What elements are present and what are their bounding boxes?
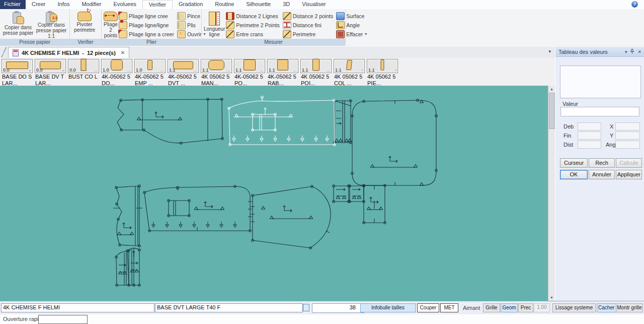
piece-shape — [6, 61, 28, 69]
menu-silhouette[interactable]: Silhouette — [240, 0, 277, 9]
distance-fini-button[interactable]: Distance fini — [283, 21, 336, 29]
y-field[interactable] — [615, 132, 640, 140]
grille-button[interactable]: Grille — [483, 303, 500, 312]
size-select[interactable]: 38 ▾ — [312, 303, 364, 313]
thumbnail-4k-05062-man[interactable]: 1.1… 4K 05062 5 MAN... — [200, 58, 233, 86]
piece-name-field[interactable]: BASE DVT LARGE T40 F — [155, 303, 303, 312]
pattern-canvas[interactable] — [0, 86, 548, 301]
deb-field[interactable] — [578, 122, 601, 131]
menu-fichier[interactable]: Fichier — [0, 0, 26, 9]
dist-field[interactable] — [578, 141, 601, 149]
entre-crans-button[interactable]: Entre crans — [226, 30, 281, 38]
document-tab[interactable]: 4K CHEMISE F HELMI - 12 piece(s) ✕ — [8, 47, 129, 58]
appliquer-button[interactable]: Appliquer — [616, 170, 642, 179]
values-listbox[interactable] — [560, 66, 641, 98]
piece-small-squares[interactable] — [333, 185, 365, 203]
menu-modifier[interactable]: Modifier — [75, 0, 107, 9]
effacer-button[interactable]: Effacer ▾ — [336, 30, 369, 38]
thumbnail-4k-05062-do[interactable]: 1.0… 4K-05062 5 DO... — [101, 58, 134, 86]
fin-field[interactable] — [578, 132, 601, 140]
x-field[interactable] — [615, 122, 640, 131]
pliage-ligne-a-creer-button[interactable]: Pliage ligne a creer — [119, 30, 176, 38]
clipboard-1-1-icon: 1:1 — [45, 12, 57, 22]
dist-label: Dist — [564, 142, 573, 148]
lissage-systeme-button[interactable]: Lissage systeme — [552, 303, 596, 312]
annuler-button[interactable]: Annuler — [589, 170, 615, 179]
curseur-button[interactable]: Curseur — [560, 158, 588, 168]
pliage-ligne-cree-button[interactable]: Pliage ligne cree — [119, 12, 176, 20]
menu-gradation[interactable]: Gradation — [173, 0, 209, 9]
longueur-ligne-button[interactable]: Longueur ligne — [204, 11, 225, 39]
thumbnail-4k-05062-po[interactable]: 1.1… 4K-05062 5 PO... — [233, 58, 267, 86]
piece-sleeve[interactable] — [251, 185, 331, 249]
perimetre-button[interactable]: Perimetre — [283, 30, 336, 38]
prec-button[interactable]: Prec — [518, 303, 533, 312]
document-tab-title: 4K CHEMISE F HELMI — [22, 50, 79, 56]
tab-close-icon[interactable]: ✕ — [119, 50, 125, 55]
ang-field[interactable] — [615, 141, 640, 149]
scrollbar-thumb[interactable] — [549, 93, 555, 129]
met-button[interactable]: MET — [440, 303, 458, 312]
menu-3d[interactable]: 3D — [277, 0, 296, 9]
model-name-field[interactable]: 4K CHEMISE F HELMI — [1, 303, 154, 312]
piece-strips[interactable] — [334, 100, 352, 144]
menu-creer[interactable]: Creer — [26, 0, 52, 9]
montr-grille-button[interactable]: Montr grille — [616, 303, 643, 312]
pince-icon — [177, 12, 186, 20]
piece-selected-white[interactable] — [228, 96, 336, 146]
canvas-vertical-scrollbar[interactable]: ▲ ▼ — [548, 86, 555, 301]
thumbnail-4k-05062-col[interactable]: 1.1▫ 4K 05062 5 COL ... — [333, 58, 366, 86]
pliage-2-points-button[interactable]: Pliage 2 points — [104, 11, 118, 39]
valeur-input[interactable] — [560, 107, 639, 116]
piece-cuff-left[interactable] — [115, 250, 130, 286]
thumbnail-bust-col[interactable]: 0.0… BUST CO L — [67, 58, 101, 86]
thumbnail-4k-05062-poi[interactable]: 1.1… 4K 05062 5 POI... — [300, 58, 333, 86]
pin-icon[interactable] — [630, 49, 634, 55]
couper-button[interactable]: Couper — [417, 303, 439, 312]
thumbnail-base-dvt[interactable]: 0.0– BASE DV T LAR... — [34, 58, 67, 86]
ouverture-rapide-input[interactable] — [38, 315, 88, 324]
thumbnail-4k-05062-dvt[interactable]: 1.1… 4K-05062 5 DVT ... — [167, 58, 200, 86]
menu-verifier[interactable]: Verifier — [142, 0, 173, 9]
distance-2-points-button[interactable]: Distance 2 points — [283, 12, 336, 20]
size-lock-button[interactable] — [303, 304, 309, 311]
pliage-ligne-ligne-button[interactable]: Pliage ligne/ligne — [119, 21, 176, 29]
piece-shape — [208, 60, 224, 70]
thumbnail-4k-05062-rab[interactable]: 1.1… 4K-05062 5 RAB... — [267, 58, 300, 86]
scroll-up-icon[interactable]: ▲ — [548, 86, 555, 92]
piece-band-long[interactable] — [143, 185, 252, 232]
menu-evoluees[interactable]: Evoluees — [108, 0, 142, 9]
group-label-presse-papier: Presse papier — [0, 39, 69, 46]
scroll-down-icon[interactable]: ▼ — [548, 294, 555, 301]
rech-button[interactable]: Rech — [589, 158, 615, 168]
piece-cuff-right[interactable] — [128, 248, 140, 286]
panel-header: Tableau des valeurs ▾ ✕ — [555, 47, 644, 57]
piece-pocket-large[interactable] — [351, 99, 437, 186]
copier-presse-papier-button[interactable]: Copier dans presse papier — [2, 11, 34, 39]
piece-yoke-back[interactable] — [117, 98, 223, 144]
help-icon[interactable]: ? — [631, 1, 638, 8]
menu-infos[interactable]: Infos — [52, 0, 76, 9]
x-label: X — [610, 123, 613, 129]
infobulle-tailles-button[interactable]: Infobulle tailles — [360, 303, 416, 312]
piece-front-bodice[interactable] — [113, 185, 142, 247]
panel-close-icon[interactable]: ✕ — [637, 49, 641, 54]
thumbnail-base-dos[interactable]: 0.0– BASE DO S LAR... — [1, 58, 34, 86]
distance-2-lignes-button[interactable]: Distance 2 Lignes — [226, 12, 281, 20]
ok-button[interactable]: OK — [560, 170, 588, 179]
copier-presse-papier-1-1-button[interactable]: 1:1 Copier dans presse papier 1:1 — [35, 11, 67, 39]
fin-label: Fin — [564, 133, 571, 139]
piece-rect-vertical[interactable] — [363, 184, 386, 224]
tab-list-dropdown-icon[interactable]: ▾ — [548, 49, 551, 54]
pivoter-perimetre-button[interactable]: ↻ Pivoter perimetre — [72, 11, 97, 39]
ribbon-group-verifier: ↻ Pivoter perimetre Verifier — [70, 9, 102, 45]
menu-visualiser[interactable]: Visualiser — [296, 0, 332, 9]
geom-button[interactable]: Geom — [501, 303, 518, 312]
thumbnail-4k-05062-pie[interactable]: 1.1▫ 4K 05062 5 PIE... — [366, 58, 399, 86]
thumbnail-4k-05062-emp[interactable]: 1.0… 4K-05062 5 EMP ... — [134, 58, 167, 86]
surface-button[interactable]: Surface — [336, 12, 369, 20]
perimetre-2-points-button[interactable]: Perimetre 2 Points — [226, 21, 281, 29]
panel-dropdown-icon[interactable]: ▾ — [625, 49, 627, 54]
angle-button[interactable]: Angle — [336, 21, 369, 29]
menu-routine[interactable]: Routine — [209, 0, 240, 9]
